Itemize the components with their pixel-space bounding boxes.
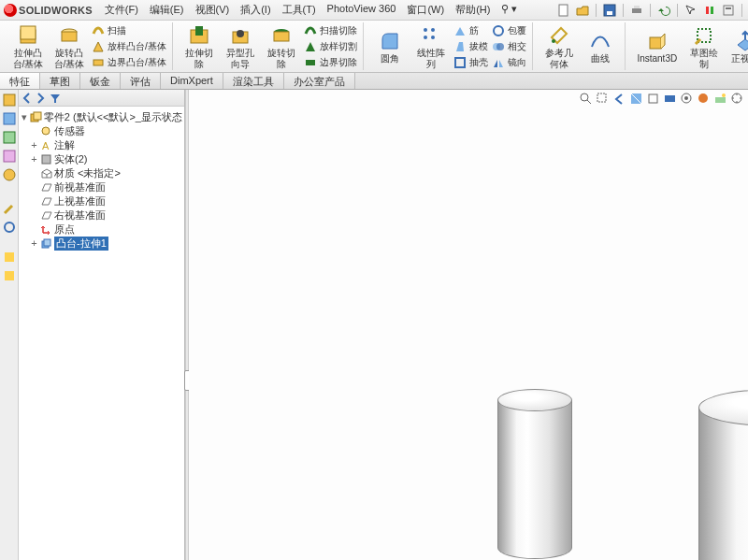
tab-sheetmetal[interactable]: 钣金 bbox=[80, 73, 121, 89]
svg-rect-38 bbox=[5, 252, 14, 262]
loft-button[interactable]: 放样凸台/基体 bbox=[90, 38, 168, 54]
material-icon bbox=[40, 167, 52, 179]
fillet-button[interactable]: 圆角 bbox=[369, 22, 410, 70]
section-view-icon[interactable] bbox=[629, 92, 643, 106]
loft-cut-button[interactable]: 放样切割 bbox=[302, 38, 359, 54]
extrude-cut-button[interactable]: 拉伸切除 bbox=[179, 22, 220, 70]
print-icon[interactable] bbox=[629, 3, 644, 18]
boundary-button[interactable]: 边界凸台/基体 bbox=[90, 54, 168, 70]
zoom-area-icon[interactable] bbox=[596, 92, 610, 106]
graphics-viewport[interactable] bbox=[189, 90, 748, 560]
extra-tab2-icon[interactable] bbox=[3, 269, 16, 282]
panel-filter-icon[interactable] bbox=[49, 92, 61, 104]
menu-file[interactable]: 文件(F) bbox=[100, 1, 143, 19]
menu-help[interactable]: 帮助(H) bbox=[451, 1, 495, 19]
svg-rect-6 bbox=[711, 7, 713, 14]
open-icon[interactable] bbox=[575, 3, 590, 18]
sweep-cut-button[interactable]: 扫描切除 bbox=[302, 22, 359, 38]
tree-annotations[interactable]: + A 注解 bbox=[21, 138, 182, 152]
menu-xtra[interactable]: ⚲ ▾ bbox=[496, 1, 522, 19]
extrude-boss-button[interactable]: 拉伸凸台/基体 bbox=[7, 22, 49, 70]
instant3d-button[interactable]: Instant3D bbox=[631, 22, 683, 70]
panel-left-icon[interactable] bbox=[21, 92, 33, 104]
undo-icon[interactable] bbox=[656, 3, 671, 18]
menu-insert[interactable]: 插入(I) bbox=[236, 1, 275, 19]
tree-root[interactable]: ▾ 零件2 (默认<<默认>_显示状态 bbox=[21, 110, 182, 124]
tree-front-plane[interactable]: 前视基准面 bbox=[21, 180, 182, 194]
menu-view[interactable]: 视图(V) bbox=[191, 1, 235, 19]
menu-tools[interactable]: 工具(T) bbox=[278, 1, 321, 19]
wrap-button[interactable]: 包覆 bbox=[490, 22, 528, 38]
appearance-tab-icon[interactable] bbox=[3, 221, 16, 234]
tree-right-plane[interactable]: 右视基准面 bbox=[21, 208, 182, 223]
tree-solid-bodies[interactable]: + 实体(2) bbox=[21, 152, 182, 166]
prev-view-icon[interactable] bbox=[612, 92, 626, 106]
curves-button[interactable]: 曲线 bbox=[580, 22, 621, 70]
tree-sensors[interactable]: 传感器 bbox=[21, 124, 182, 138]
panel-right-icon[interactable] bbox=[35, 92, 47, 104]
config-manager-tab-icon[interactable] bbox=[3, 131, 16, 144]
ref-geom-button[interactable]: 参考几何体 bbox=[539, 22, 580, 70]
apply-scene-icon[interactable] bbox=[713, 92, 727, 106]
tree-extrude1[interactable]: + 凸台-拉伸1 bbox=[21, 237, 182, 251]
shell-button[interactable]: 抽壳 bbox=[452, 54, 490, 70]
edit-appearance-icon[interactable] bbox=[697, 92, 711, 106]
sweep-button[interactable]: 扫描 bbox=[90, 22, 168, 38]
tree-top-plane[interactable]: 上视基准面 bbox=[21, 194, 182, 208]
zoom-fit-icon[interactable] bbox=[579, 92, 593, 106]
menu-edit[interactable]: 编辑(E) bbox=[145, 1, 189, 19]
rib-icon bbox=[453, 24, 467, 37]
linear-pattern-button[interactable]: 线性阵列 bbox=[410, 22, 452, 70]
hide-show-icon[interactable] bbox=[680, 92, 694, 106]
draft-button[interactable]: 拔模 bbox=[452, 38, 490, 54]
select-icon[interactable] bbox=[683, 3, 698, 18]
fillet-icon bbox=[379, 30, 401, 52]
rebuild-icon[interactable] bbox=[702, 3, 717, 18]
hole-wizard-icon bbox=[229, 24, 252, 47]
svg-point-47 bbox=[581, 93, 588, 101]
hole-wizard-button[interactable]: 异型孔向导 bbox=[220, 22, 261, 70]
sketch-button[interactable]: 草图绘制 bbox=[683, 22, 725, 70]
svg-rect-5 bbox=[706, 7, 709, 14]
svg-rect-50 bbox=[649, 94, 657, 103]
feature-tree: ▾ 零件2 (默认<<默认>_显示状态 传感器 + A 注解 + 实体(2) bbox=[19, 107, 184, 254]
svg-point-54 bbox=[698, 93, 708, 103]
tab-render[interactable]: 渲染工具 bbox=[223, 73, 284, 89]
menu-pv360[interactable]: PhotoView 360 bbox=[323, 1, 401, 19]
svg-rect-41 bbox=[34, 112, 41, 120]
tree-root-label: 零件2 (默认<<默认>_显示状态 bbox=[44, 110, 182, 124]
shell-icon bbox=[453, 56, 467, 69]
property-manager-tab-icon[interactable] bbox=[3, 112, 16, 125]
mirror-button[interactable]: 镜向 bbox=[490, 54, 528, 70]
display-style-icon[interactable] bbox=[663, 92, 677, 106]
tab-office[interactable]: 办公室产品 bbox=[284, 73, 355, 89]
edit-sketch-tab-icon[interactable] bbox=[3, 202, 16, 215]
rib-button[interactable]: 筋 bbox=[452, 22, 490, 38]
display-manager-tab-icon[interactable] bbox=[3, 168, 16, 181]
menu-list: 文件(F) 编辑(E) 视图(V) 插入(I) 工具(T) PhotoView … bbox=[100, 1, 523, 19]
tab-features[interactable]: 特征 bbox=[0, 73, 40, 89]
svg-point-22 bbox=[431, 28, 435, 32]
view-orient-icon[interactable] bbox=[646, 92, 660, 106]
new-icon[interactable] bbox=[556, 3, 571, 18]
curves-icon bbox=[589, 30, 611, 52]
tree-origin[interactable]: 原点 bbox=[21, 223, 182, 237]
tab-evaluate[interactable]: 评估 bbox=[121, 73, 161, 89]
revolve-cut-button[interactable]: 旋转切除 bbox=[261, 22, 302, 70]
extra-tab1-icon[interactable] bbox=[3, 251, 16, 264]
boundary-cut-button[interactable]: 边界切除 bbox=[302, 54, 359, 70]
svg-rect-32 bbox=[4, 94, 15, 106]
feature-manager-tab-icon[interactable] bbox=[3, 93, 16, 107]
tab-dimxpert[interactable]: DimXpert bbox=[161, 73, 223, 89]
intersect-button[interactable]: 相交 bbox=[490, 38, 528, 54]
tab-sketch[interactable]: 草图 bbox=[40, 73, 80, 89]
normal-to-button[interactable]: 正视于 bbox=[725, 22, 748, 70]
tree-material[interactable]: 材质 <未指定> bbox=[21, 166, 182, 180]
view-settings-icon[interactable] bbox=[730, 92, 744, 106]
save-icon[interactable] bbox=[602, 3, 617, 18]
dimxpert-manager-tab-icon[interactable] bbox=[3, 150, 16, 163]
revolve-boss-button[interactable]: 旋转凸台/基体 bbox=[49, 22, 90, 70]
svg-rect-48 bbox=[597, 93, 606, 102]
options-icon[interactable] bbox=[721, 3, 736, 18]
menu-window[interactable]: 窗口(W) bbox=[402, 1, 449, 19]
